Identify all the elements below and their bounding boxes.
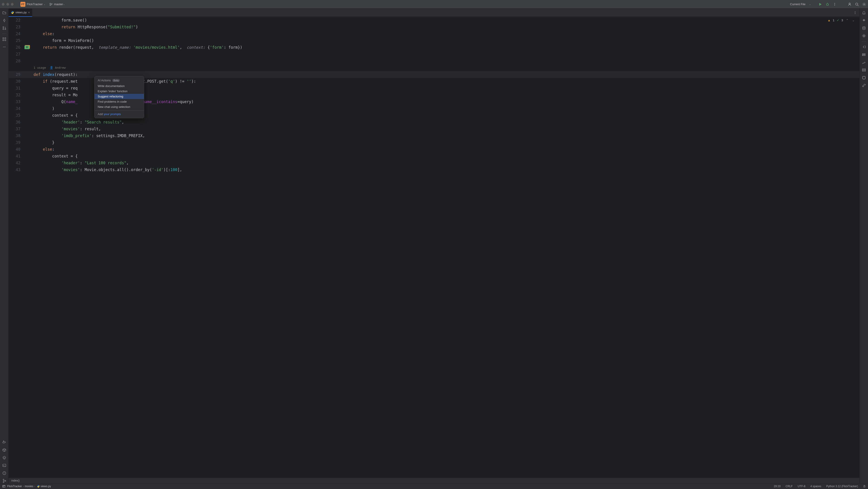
line-number[interactable]: 25 xyxy=(9,37,25,44)
code-content[interactable]: result = Mo xyxy=(34,92,859,98)
code-content[interactable]: ) xyxy=(34,105,859,112)
indent-settings[interactable]: 4 spaces xyxy=(810,485,821,488)
gutter[interactable] xyxy=(25,125,34,132)
chevron-down-icon[interactable]: ⌄ xyxy=(63,3,65,5)
chevron-down-icon[interactable]: ⌄ xyxy=(43,3,45,5)
popup-item-suggest-refactoring[interactable]: Suggest refactoring xyxy=(94,94,144,99)
line-number[interactable]: 31 xyxy=(9,85,25,92)
popup-item-find-problems[interactable]: Find problems in code xyxy=(94,99,144,104)
toolwindows-toggle-icon[interactable] xyxy=(2,485,5,488)
close-window-button[interactable] xyxy=(2,3,4,6)
file-encoding[interactable]: UTF-8 xyxy=(798,485,805,488)
code-line[interactable]: 27 xyxy=(9,51,859,58)
code-content[interactable]: return render(request, template_name: 'm… xyxy=(34,44,859,51)
code-content[interactable]: Q(name_ Q(alt_name__icontains=query) xyxy=(34,98,859,105)
code-line[interactable]: 37 'movies': result, xyxy=(9,125,859,132)
crumb-file[interactable]: views.py xyxy=(40,485,51,488)
code-content[interactable]: return HttpResponse("Submitted!") xyxy=(34,24,859,30)
line-number[interactable]: 37 xyxy=(9,125,25,132)
code-content[interactable]: 'movies': result, xyxy=(34,125,859,132)
code-line[interactable]: 38 'imdb_prefix': settings.IMDB_PREFIX, xyxy=(9,132,859,139)
gutter[interactable] xyxy=(25,98,34,105)
line-number[interactable]: 27 xyxy=(9,51,25,58)
minimize-window-button[interactable] xyxy=(6,3,9,6)
gutter[interactable] xyxy=(25,30,34,37)
endpoints-icon[interactable] xyxy=(862,68,866,72)
coverage-icon[interactable] xyxy=(862,60,866,65)
crumb-folder[interactable]: movies xyxy=(25,485,33,488)
gutter[interactable] xyxy=(25,78,34,85)
maximize-window-button[interactable] xyxy=(11,3,13,6)
close-tab-button[interactable]: × xyxy=(28,11,30,14)
add-prompts-link[interactable]: your prompts xyxy=(104,113,121,116)
code-line[interactable]: 41 context = { xyxy=(9,153,859,159)
code-content[interactable]: 'imdb_prefix': settings.IMDB_PREFIX, xyxy=(34,132,859,139)
code-content[interactable]: def index(request): xyxy=(34,71,859,78)
gutter[interactable] xyxy=(25,166,34,173)
line-number[interactable]: 22 xyxy=(9,17,25,24)
line-number[interactable]: 23 xyxy=(9,24,25,30)
line-number[interactable]: 35 xyxy=(9,112,25,119)
gutter[interactable] xyxy=(25,139,34,146)
usages-hint[interactable]: 1 usage xyxy=(34,64,46,71)
line-separator[interactable]: CRLF xyxy=(785,485,793,488)
commit-toolwindow-icon[interactable] xyxy=(2,18,7,23)
line-number[interactable]: 24 xyxy=(9,30,25,37)
code-line[interactable]: 24 else: xyxy=(9,30,859,37)
code-content[interactable]: 'movies': Movie.objects.all().order_by('… xyxy=(34,166,859,173)
project-badge[interactable]: FT xyxy=(21,2,25,7)
structure-toolwindow-icon[interactable] xyxy=(2,37,7,41)
line-number[interactable]: 42 xyxy=(9,159,25,166)
notifications-icon[interactable] xyxy=(862,10,866,15)
code-content[interactable]: else: xyxy=(34,30,859,37)
tabs-menu-icon[interactable] xyxy=(851,11,859,14)
gutter[interactable] xyxy=(25,105,34,112)
gutter[interactable] xyxy=(25,71,34,78)
line-number[interactable]: 32 xyxy=(9,92,25,98)
gutter[interactable] xyxy=(25,153,34,159)
build-icon[interactable] xyxy=(862,83,866,88)
code-line[interactable]: 25 form = MovieForm() xyxy=(9,37,859,44)
breadcrumb-function[interactable]: index() xyxy=(9,478,859,483)
sciview-icon[interactable] xyxy=(862,34,866,38)
line-number[interactable]: 30 xyxy=(9,78,25,85)
code-line[interactable]: 23 return HttpResponse("Submitted!") xyxy=(9,24,859,30)
code-line[interactable]: 42 'header': "Last 100 records", xyxy=(9,159,859,166)
run-button[interactable] xyxy=(818,2,822,6)
code-content[interactable]: 'header': "Last 100 records", xyxy=(34,159,859,166)
code-editor[interactable]: ▲ 1 ✓ 3 ⌃ ⌄ 22 form.save()23 return Http… xyxy=(9,17,859,478)
line-number[interactable]: 40 xyxy=(9,146,25,153)
more-toolwindows-icon[interactable] xyxy=(2,44,7,49)
code-content[interactable]: context = { xyxy=(34,153,859,159)
line-number[interactable]: 33 xyxy=(9,98,25,105)
line-number[interactable]: 36 xyxy=(9,119,25,125)
pull-requests-icon[interactable] xyxy=(2,26,7,30)
version-control-toolwindow-icon[interactable] xyxy=(2,479,7,483)
search-icon[interactable] xyxy=(855,2,859,6)
gutter[interactable] xyxy=(25,24,34,30)
popup-item-explain-function[interactable]: Explain 'index' function xyxy=(94,89,144,94)
code-content[interactable] xyxy=(34,58,859,64)
gutter-override-icon[interactable]: H xyxy=(25,45,29,49)
code-content[interactable]: else: xyxy=(34,146,859,153)
code-line[interactable]: 39 } xyxy=(9,139,859,146)
code-content[interactable]: context = { xyxy=(34,112,859,119)
cursor-position[interactable]: 29:20 xyxy=(774,485,780,488)
gutter[interactable] xyxy=(25,146,34,153)
code-inlay-hints[interactable]: 1 usage👤 Andrew xyxy=(9,64,859,71)
line-number[interactable]: 26 xyxy=(9,44,25,51)
code-line[interactable]: 28 xyxy=(9,58,859,64)
code-content[interactable]: if (request.met (request.POST.get('q') !… xyxy=(34,78,859,85)
gutter[interactable] xyxy=(25,37,34,44)
popup-item-write-documentation[interactable]: Write documentation xyxy=(94,83,144,89)
interpreter[interactable]: Python 3.12 (FlickTracker) xyxy=(826,485,858,488)
gutter[interactable] xyxy=(25,51,34,58)
crumb-project[interactable]: FlickTracker xyxy=(7,485,22,488)
code-content[interactable] xyxy=(34,51,859,58)
bookmarks-icon[interactable] xyxy=(862,52,866,57)
vcs-branch[interactable]: master xyxy=(54,2,63,6)
project-name[interactable]: FlickTracker xyxy=(27,2,42,6)
gutter[interactable]: H xyxy=(25,44,34,51)
code-line[interactable]: 43 'movies': Movie.objects.all().order_b… xyxy=(9,166,859,173)
code-content[interactable]: form = MovieForm() xyxy=(34,37,859,44)
